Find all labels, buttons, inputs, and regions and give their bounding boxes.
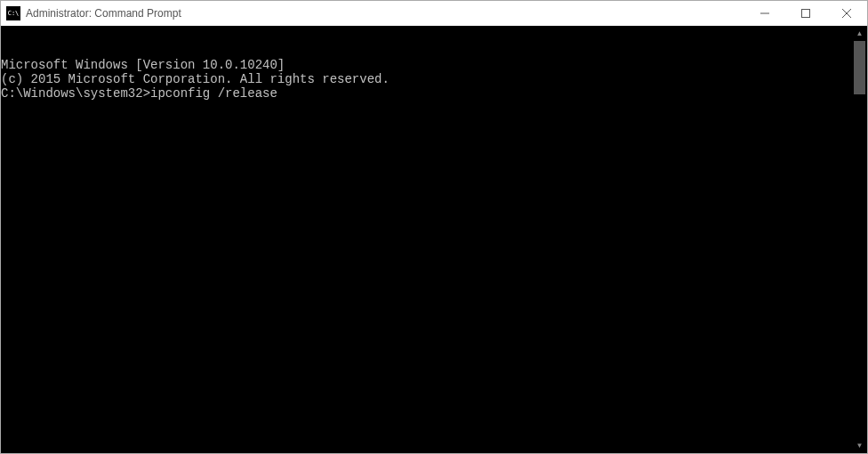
window-title: Administrator: Command Prompt xyxy=(26,7,181,20)
close-icon xyxy=(842,9,851,18)
scroll-thumb[interactable] xyxy=(854,41,865,94)
maximize-icon xyxy=(801,9,810,18)
terminal-line: Microsoft Windows [Version 10.0.10240] xyxy=(1,58,852,72)
minimize-button[interactable] xyxy=(744,1,785,26)
scroll-down-arrow[interactable]: ▼ xyxy=(852,438,867,453)
svg-rect-1 xyxy=(802,10,810,18)
minimize-icon xyxy=(760,9,769,18)
window-controls xyxy=(744,1,867,26)
prompt: C:\Windows\system32> xyxy=(1,86,150,101)
titlebar[interactable]: Administrator: Command Prompt xyxy=(1,1,867,26)
command-input[interactable]: ipconfig /release xyxy=(150,86,277,101)
command-prompt-window: Administrator: Command Prompt Microsoft … xyxy=(0,0,868,454)
close-button[interactable] xyxy=(826,1,867,26)
terminal-line: (c) 2015 Microsoft Corporation. All righ… xyxy=(1,72,852,86)
terminal-prompt-line: C:\Windows\system32>ipconfig /release xyxy=(1,86,852,101)
vertical-scrollbar[interactable]: ▲ ▼ xyxy=(852,26,867,453)
scroll-up-arrow[interactable]: ▲ xyxy=(852,26,867,41)
terminal-area[interactable]: Microsoft Windows [Version 10.0.10240](c… xyxy=(1,26,867,453)
terminal-content[interactable]: Microsoft Windows [Version 10.0.10240](c… xyxy=(1,26,852,453)
maximize-button[interactable] xyxy=(785,1,826,26)
cmd-icon xyxy=(6,6,20,20)
